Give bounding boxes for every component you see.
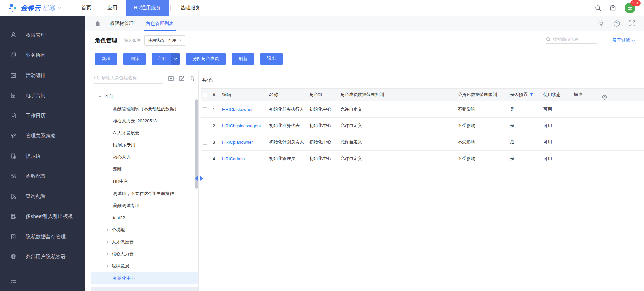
- enable-button[interactable]: 启用: [152, 53, 171, 65]
- tree-collapsed-arrow-icon[interactable]: [107, 240, 109, 244]
- tree-collapsed-arrow-icon[interactable]: [107, 264, 109, 268]
- user-permission-icon: [10, 32, 17, 38]
- bulb-icon[interactable]: [598, 20, 605, 27]
- table-row[interactable]: 4 HRICadmin 初始化管理员 初始化中心 允许自定义 不受影响 是 可用: [201, 151, 644, 167]
- tab-permission-tree[interactable]: 权限树管理: [110, 16, 134, 31]
- status-filter-chip[interactable]: 使用状态：可用 ×: [144, 35, 185, 46]
- row-checkbox[interactable]: [203, 157, 207, 161]
- sidebar-item-multisheet-template[interactable]: 多sheet引入引出模板: [0, 206, 85, 226]
- expand-panel-arrow-icon[interactable]: [200, 176, 203, 181]
- sidebar-item-business-collab[interactable]: 业务协同: [0, 45, 85, 65]
- table-row[interactable]: 1 HRICtaskowner 初始化任务执行人 初始化中心 允许自定义 不受影…: [201, 101, 644, 118]
- row-checkbox[interactable]: [203, 107, 207, 112]
- sidebar-item-permission-mgmt[interactable]: 权限管理: [0, 25, 85, 45]
- role-code-link[interactable]: HRICplanowner: [222, 140, 253, 145]
- tree-item-all[interactable]: 全部: [91, 91, 198, 103]
- tree-collapsed-arrow-icon[interactable]: [107, 228, 109, 232]
- tree-item[interactable]: hz演示专用: [91, 139, 198, 151]
- tree-item[interactable]: HR中台: [91, 175, 198, 188]
- tree-horizontal-scrollbar[interactable]: [91, 287, 198, 291]
- sidebar-item-query-config[interactable]: 查询配置: [0, 186, 85, 206]
- add-group-icon[interactable]: [168, 76, 174, 81]
- cell-group: 初始化中心: [308, 151, 339, 167]
- tree-item[interactable]: 薪酬: [91, 163, 198, 175]
- tree-item[interactable]: 测试用，不要在这个组里面操作: [91, 188, 198, 200]
- sidebar-item-activity-orchestration[interactable]: 活动编排: [0, 65, 85, 85]
- role-table: # 编码 名称 角色组 角色成员数据范围控制 受角色数据范围限制 是否预置: [201, 88, 644, 167]
- tree-collapsed-arrow-icon[interactable]: [107, 252, 109, 256]
- sidebar-item-work-calendar[interactable]: 工作日历: [0, 106, 85, 126]
- tree-item-group[interactable]: 人才供应云: [91, 236, 198, 248]
- row-checkbox[interactable]: [203, 124, 207, 128]
- tree-vertical-scrollbar[interactable]: [195, 99, 198, 189]
- edit-group-icon[interactable]: [179, 76, 185, 81]
- topnav-apps[interactable]: 应用: [99, 0, 126, 16]
- tree-item[interactable]: 核心人力: [91, 151, 198, 163]
- user-avatar[interactable]: 云 99+: [625, 3, 635, 13]
- role-code-link[interactable]: HRICtaskowner: [222, 107, 253, 112]
- topnav-base-services[interactable]: 基础服务: [172, 0, 208, 16]
- table-row[interactable]: 3 HRICplanowner 初始化计划负责人 初始化中心 允许自定义 不受影…: [201, 134, 644, 151]
- topnav-hr-services[interactable]: HR通用服务: [126, 0, 169, 16]
- col-preset-label: 是否预置: [510, 92, 528, 98]
- tree-item[interactable]: 核心人力云_20220513: [91, 115, 198, 127]
- tree-search-input[interactable]: [102, 75, 149, 80]
- delete-group-icon[interactable]: [190, 76, 195, 81]
- exit-button[interactable]: 退出: [260, 53, 283, 65]
- cell-group: 初始化中心: [308, 101, 339, 118]
- app-sidebar: 权限管理 业务协同 活动编排 电子合同 工作日历 管理关系策略 提示语 函数配: [0, 16, 85, 291]
- sidebar-item-relationship-strategy[interactable]: 管理关系策略: [0, 126, 85, 146]
- refresh-button[interactable]: 刷新: [232, 53, 254, 65]
- app-logo[interactable]: 金蝶云 星瀚: [9, 3, 61, 13]
- message-icon[interactable]: [609, 5, 616, 11]
- col-status: 使用状态: [542, 89, 572, 101]
- filter-funnel-icon[interactable]: [530, 93, 533, 97]
- sidebar-item-external-privacy-sign[interactable]: 外部用户隐私签署: [0, 247, 85, 267]
- tree-item[interactable]: 薪酬管理测试（不要动这的数据）: [91, 103, 198, 115]
- tree-item-label: 初始化中心: [113, 275, 135, 281]
- role-code-link[interactable]: HRICbusinessagent: [222, 123, 261, 128]
- home-icon[interactable]: [95, 20, 101, 26]
- topnav-home[interactable]: 首页: [73, 0, 99, 16]
- tree-item[interactable]: 薪酬测试专用: [91, 200, 198, 212]
- expand-filter-link[interactable]: 展开过滤: [612, 37, 635, 43]
- sidebar-item-prompt-text[interactable]: 提示语: [0, 146, 85, 166]
- role-code-link[interactable]: HRICadmin: [222, 156, 245, 161]
- sidebar-item-label: 活动编排: [26, 72, 46, 79]
- cell-preset: 是: [509, 134, 542, 151]
- search-input[interactable]: [553, 37, 593, 42]
- chevron-down-icon[interactable]: [57, 7, 61, 9]
- sidebar-item-label: 函数配置: [26, 173, 46, 179]
- help-icon[interactable]: ?: [613, 20, 620, 27]
- main-split: 全部 薪酬管理测试（不要动这的数据） 核心人力云_20220513 A-人才发展…: [85, 70, 644, 291]
- tree-item-group[interactable]: 组织发展: [91, 260, 198, 272]
- sidebar-collapse-icon[interactable]: [10, 279, 17, 285]
- table-row[interactable]: 2 HRICbusinessagent 初始化业务代表 初始化中心 允许自定义 …: [201, 118, 644, 134]
- enable-dropdown-arrow[interactable]: [171, 53, 180, 65]
- chip-close-icon[interactable]: ×: [179, 38, 182, 42]
- sidebar-item-e-contract[interactable]: 电子合同: [0, 85, 85, 106]
- fullscreen-icon[interactable]: [629, 20, 635, 27]
- column-settings-gear-icon[interactable]: [602, 94, 642, 100]
- tree-item[interactable]: A-人才发展云: [91, 127, 198, 139]
- tree-item-group[interactable]: 核心人力云: [91, 248, 198, 260]
- sidebar-item-privacy-retention[interactable]: 隐私数据留存管理: [0, 226, 85, 247]
- tab-role-list[interactable]: 角色管理列表: [146, 16, 174, 31]
- tree-expand-arrow-icon[interactable]: [98, 96, 102, 98]
- sidebar-item-function-config[interactable]: 函数配置: [0, 166, 85, 186]
- cell-preset: 是: [509, 101, 542, 118]
- tree-item-group[interactable]: 个税组: [91, 224, 198, 236]
- cell-desc: [572, 151, 600, 167]
- select-all-checkbox[interactable]: [203, 93, 207, 97]
- tree-item-selected[interactable]: 初始化中心: [91, 272, 198, 284]
- cell-status: 可用: [542, 151, 572, 167]
- tree-item[interactable]: test22: [91, 212, 198, 224]
- add-button[interactable]: 新增: [95, 53, 117, 65]
- delete-button[interactable]: 删除: [123, 53, 146, 65]
- cell-restricted: 不受影响: [456, 151, 509, 167]
- assign-members-button[interactable]: 分配角色成员: [186, 53, 226, 65]
- collapse-panel-arrow-icon[interactable]: [195, 176, 198, 181]
- row-checkbox[interactable]: [203, 140, 207, 145]
- global-search-icon[interactable]: [595, 5, 601, 11]
- sidebar-item-label: 多sheet引入引出模板: [26, 213, 73, 220]
